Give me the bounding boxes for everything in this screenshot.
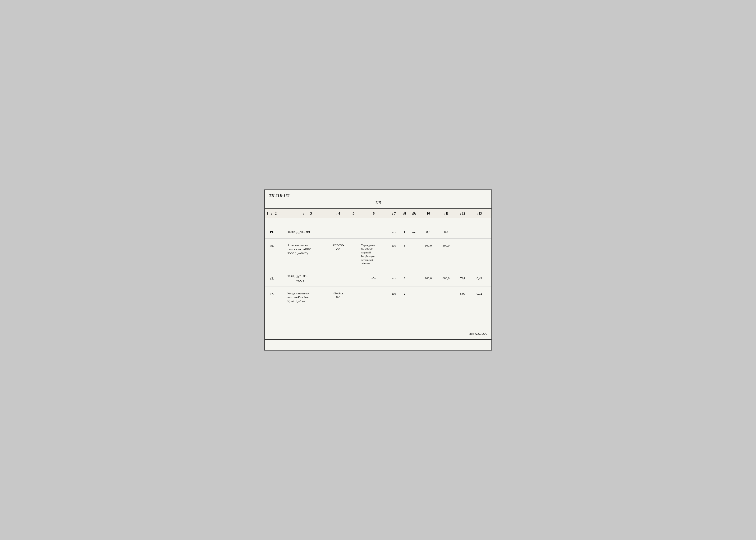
row-22-col7: шт xyxy=(388,291,400,296)
page-number: – 115 – xyxy=(269,198,487,206)
row-20-col7: шт xyxy=(388,243,400,248)
row-21-num: 2I. xyxy=(265,275,279,281)
row-21-col13: 0,43 xyxy=(471,276,488,281)
row-22-num: 22. xyxy=(265,291,279,297)
col-header-3: : 3 xyxy=(286,211,329,216)
row-20-num: 20. xyxy=(265,243,279,249)
col-header-7: : 7 xyxy=(388,211,400,216)
inventory-number: Инв.№6756/х xyxy=(469,332,487,336)
row-21-col6: –ʰ– xyxy=(360,276,388,281)
row-22-col13: 0,02 xyxy=(471,291,488,296)
row-19-col8: I xyxy=(400,229,409,235)
row-21-col10: 100,0 xyxy=(419,276,438,281)
col-header-11: : II xyxy=(438,211,455,216)
col-header-6: 6 xyxy=(360,211,388,216)
table-row: 2I. То же, (tн =-30°– –400С ) –ʰ– шт 6 1… xyxy=(265,270,491,287)
col-header-5: :5: xyxy=(348,211,360,216)
row-19-num: I9. xyxy=(265,229,279,235)
row-21-col8: 6 xyxy=(400,276,409,281)
row-19-col11: 8,8 xyxy=(438,229,455,235)
row-22-col4: 45кч9нж№0 xyxy=(329,291,348,300)
row-21-col12: 7I,4 xyxy=(455,276,471,281)
table-body: I9. То же, Де=8,0 мм шт I от. 8,8 8,8 20… xyxy=(265,218,491,328)
row-20-col11: 500,0 xyxy=(438,243,455,248)
row-22-col3: Конденсатоотвод-чик тип 45кч 9нжNс=4 dс=… xyxy=(286,291,329,305)
page-header: ТП 81Б-178 – 115 – xyxy=(265,190,491,209)
column-header-row: I : 2 : 3 : 4 :5: 6 : 7 :8 :9: 10 : II :… xyxy=(265,209,491,218)
row-19-col3: То же, Де=8,0 мм xyxy=(286,229,329,235)
row-20-col10: 100,0 xyxy=(419,243,438,248)
row-21-col3: То же, (tн =-30°– –400С ) xyxy=(286,274,329,283)
table-row: 20. Агрегаты отопи-тельные тип АПВС50-30… xyxy=(265,239,491,270)
row-19-col9: от. xyxy=(409,229,419,235)
col-header-10: 10 xyxy=(419,211,438,216)
doc-title: ТП 81Б-178 xyxy=(269,193,487,198)
table-row: I9. То же, Де=8,0 мм шт I от. 8,8 8,8 xyxy=(265,226,491,239)
row-20-col4: АПВС50--30 xyxy=(329,243,348,252)
col-header-9: :9: xyxy=(409,211,419,216)
row-22-col12: 8,99 xyxy=(455,291,471,296)
col-header-8: :8 xyxy=(400,211,409,216)
footer: Инв.№6756/х xyxy=(265,328,491,338)
row-20-col3: Агрегаты отопи-тельные тип АПВС50-30 (tw… xyxy=(286,243,329,256)
row-21-col7: шт xyxy=(388,276,400,281)
col-header-4: : 4 xyxy=(329,211,348,216)
table-row: 22. Конденсатоотвод-чик тип 45кч 9нжNс=4… xyxy=(265,287,491,309)
row-19-col7: шт xyxy=(388,229,400,235)
row-21-col11: 600,0 xyxy=(438,276,455,281)
col-header-13: : I3 xyxy=(471,211,488,216)
document-page: ТП 81Б-178 – 115 – I : 2 : 3 : 4 :5: 6 :… xyxy=(264,190,492,350)
col-header-1: I : 2 xyxy=(265,211,279,216)
row-20-col8: 5 xyxy=(400,243,409,248)
col-header-12: : I2 xyxy=(455,211,471,216)
row-19-col10: 8,8 xyxy=(419,229,438,235)
row-20-col6: УчреждениеЯЭ-308/80г.КривойРог Днепро-пе… xyxy=(360,243,388,266)
row-22-col8: 2 xyxy=(400,291,409,296)
col-sep-1 xyxy=(279,211,286,216)
